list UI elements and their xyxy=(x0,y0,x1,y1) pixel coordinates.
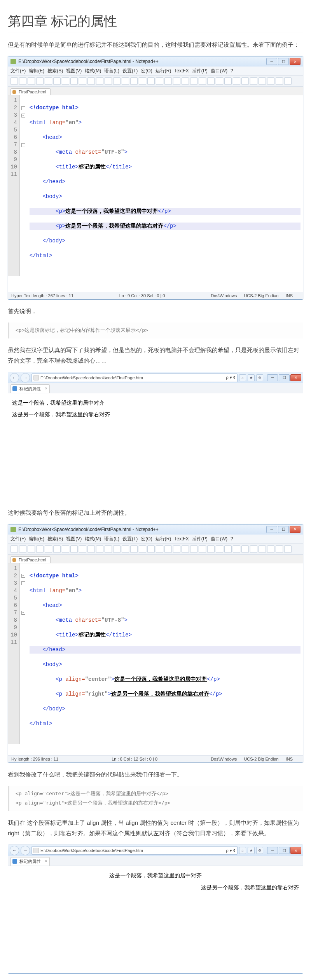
code-editor[interactable]: 1234567891011 −−− <!doctype html> <html … xyxy=(8,95,303,276)
search-hint: ρ ▾ ¢ xyxy=(226,375,236,380)
maximize-button[interactable]: ☐ xyxy=(279,847,290,854)
code-snippet-1: <p>这是段落标记，标记中的内容算作一个段落来展示</p> xyxy=(8,323,303,338)
close-tab-icon[interactable]: × xyxy=(45,859,47,863)
close-tab-icon[interactable]: × xyxy=(45,386,47,391)
gear-icon[interactable]: ⚙ xyxy=(256,374,263,381)
ie-window-2: ← → E:\Dropbox\WorkSpace\codebook\code\F… xyxy=(8,845,303,974)
code-snippet-2: <p align="center">这是一个段落，我希望这里的居中对齐</p> … xyxy=(8,786,303,811)
page-icon xyxy=(33,375,39,380)
window-title-text: E:\Dropbox\WorkSpace\codebook\code\First… xyxy=(18,59,266,64)
browser-tab[interactable]: 标记的属性× xyxy=(10,384,50,393)
text-wish: 虽然我在汉字里认真的写下了我的希望，但是当然的，死板的电脑并不会理解我的希望，只… xyxy=(8,345,303,366)
close-button[interactable]: ✕ xyxy=(290,374,301,381)
home-icon[interactable]: ⌂ xyxy=(239,847,246,854)
close-button[interactable]: ✕ xyxy=(290,526,301,533)
fold-gutter[interactable]: −−− xyxy=(20,95,27,276)
toolbar[interactable] xyxy=(8,76,303,87)
intro-paragraph: 但是有的时候单单是简单的进行标记并不能达到我们的目的，这时候我们需要对标记设置属… xyxy=(8,39,303,50)
app-icon xyxy=(10,59,16,64)
minimize-button[interactable]: ─ xyxy=(267,847,278,854)
fold-gutter[interactable]: −−− xyxy=(20,563,27,744)
page-icon xyxy=(33,848,39,853)
page-title: 第四章 标记的属性 xyxy=(8,12,303,33)
toolbar[interactable] xyxy=(8,544,303,555)
tabstrip[interactable]: FirstPage.html xyxy=(8,87,303,95)
text-first-explain: 首先说明， xyxy=(8,306,303,316)
search-hint: ρ ▾ ¢ xyxy=(226,848,236,853)
line-gutter: 1234567891011 xyxy=(8,563,20,744)
line-gutter: 1234567891011 xyxy=(8,95,20,276)
favorites-icon[interactable]: ★ xyxy=(248,374,255,381)
file-tab[interactable]: FirstPage.html xyxy=(10,88,51,95)
gear-icon[interactable]: ⚙ xyxy=(256,847,263,854)
maximize-button[interactable]: ☐ xyxy=(278,58,289,65)
maximize-button[interactable]: ☐ xyxy=(279,374,290,381)
back-button[interactable]: ← xyxy=(10,846,19,855)
app-icon xyxy=(10,527,16,532)
home-icon[interactable]: ⌂ xyxy=(239,374,246,381)
menubar[interactable]: 文件(F)编辑(E)搜索(S)视图(V)格式(M)语言(L)设置(T)宏(O)运… xyxy=(8,535,303,544)
page-viewport: 这是一个段落，我希望这里的居中对齐 这是另一个段落，我希望这里的靠右对齐 xyxy=(8,866,303,973)
text-explain: 我们在 这个段落标记里加上了 align 属性，当 align 属性的值为 ce… xyxy=(8,817,303,838)
code-editor[interactable]: 1234567891011 −−− <!doctype html> <html … xyxy=(8,563,303,744)
notepadpp-window-2: E:\Dropbox\WorkSpace\codebook\code\First… xyxy=(8,524,303,763)
rendered-p2: 这是另一个段落，我希望这里的靠右对齐 xyxy=(12,410,299,420)
rendered-p1-center: 这是一个段落，我希望这里的居中对齐 xyxy=(12,871,299,881)
browser-tab[interactable]: 标记的属性× xyxy=(10,857,50,866)
text-see-change: 看到我修改了什么吧，我把关键部分的代码贴出来我们仔细看一下。 xyxy=(8,769,303,780)
statusbar: Hyper Text length : 267 lines : 11 Ln : … xyxy=(8,292,303,299)
minimize-button[interactable]: ─ xyxy=(267,374,278,381)
statusbar: Hy length : 296 lines : 11 Ln : 6 Col : … xyxy=(8,755,303,763)
toolbar-icon[interactable] xyxy=(10,77,18,85)
back-button[interactable]: ← xyxy=(10,373,19,382)
code-source[interactable]: <!doctype html> <html lang="en"> <head> … xyxy=(27,95,303,276)
file-tab[interactable]: FirstPage.html xyxy=(10,556,51,563)
code-source[interactable]: <!doctype html> <html lang="en"> <head> … xyxy=(27,563,303,744)
rendered-p1: 这是一个段落，我希望这里的居中对齐 xyxy=(12,398,299,408)
forward-button[interactable]: → xyxy=(21,373,30,382)
minimize-button[interactable]: ─ xyxy=(266,58,277,65)
minimize-button[interactable]: ─ xyxy=(266,526,277,533)
maximize-button[interactable]: ☐ xyxy=(278,526,289,533)
rendered-p2-right: 这是另一个段落，我希望这里的靠右对齐 xyxy=(12,883,299,893)
close-button[interactable]: ✕ xyxy=(290,847,301,854)
forward-button[interactable]: → xyxy=(21,846,30,855)
text-need-attr: 这时候我要给每个段落的标记加上对齐的属性。 xyxy=(8,507,303,518)
page-viewport: 这是一个段落，我希望这里的居中对齐 这是另一个段落，我希望这里的靠右对齐 xyxy=(8,393,303,501)
menubar[interactable]: 文件(F)编辑(E)搜索(S)视图(V)格式(M)语言(L)设置(T)宏(O)运… xyxy=(8,67,303,76)
notepadpp-window-1: E:\Dropbox\WorkSpace\codebook\code\First… xyxy=(8,56,303,300)
favorites-icon[interactable]: ★ xyxy=(248,847,255,854)
close-button[interactable]: ✕ xyxy=(290,58,301,65)
address-bar[interactable]: E:\Dropbox\WorkSpace\codebook\code\First… xyxy=(31,373,238,382)
window-title-text: E:\Dropbox\WorkSpace\codebook\code\First… xyxy=(18,527,266,532)
tabstrip[interactable]: FirstPage.html xyxy=(8,555,303,563)
address-bar[interactable]: E:\Dropbox\WorkSpace\codebook\code\First… xyxy=(31,846,238,855)
ie-window-1: ← → E:\Dropbox\WorkSpace\codebook\code\F… xyxy=(8,372,303,501)
